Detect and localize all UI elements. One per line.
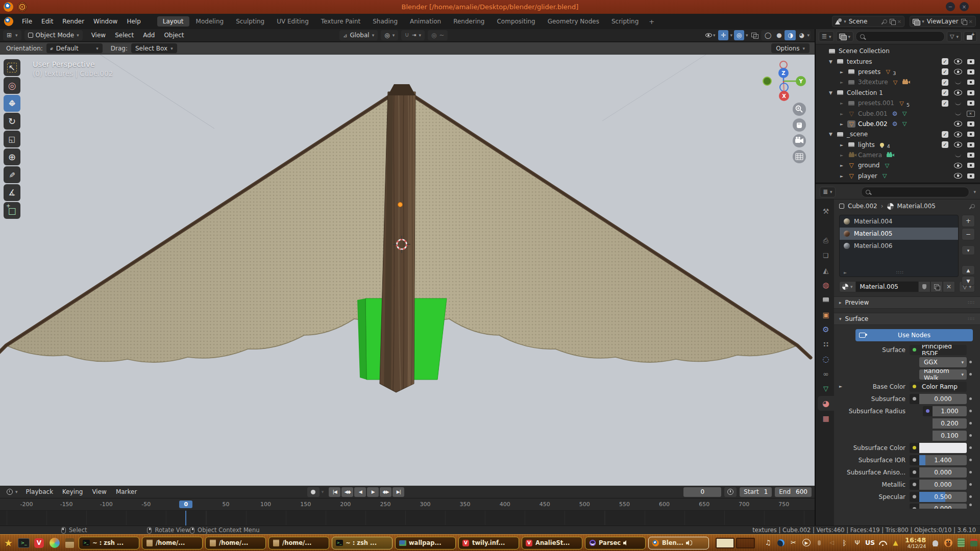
tray-icon[interactable] [968,537,979,548]
magnet-icon[interactable]: ∩ [405,32,409,38]
outliner-row[interactable]: Cube.001 [816,108,980,118]
selectability-checkbox[interactable] [939,68,951,75]
shading-material-icon[interactable]: ◑ [785,30,796,40]
tool-button[interactable] [4,77,20,94]
render-visibility-toggle[interactable] [964,132,977,137]
eye-visibility-toggle[interactable] [951,81,964,84]
expand-arrow[interactable] [840,142,847,147]
expand-arrow[interactable] [840,121,847,127]
outliner-display-mode[interactable]: ▾ [836,31,853,42]
expand-arrow[interactable] [829,90,836,95]
surface-panel-header[interactable]: ▾ Surface ∷∷ [834,313,980,325]
properties-editor-selector[interactable]: ≣ ▾ [820,187,836,197]
launcher-icon[interactable] [17,536,30,549]
render-visibility-toggle[interactable] [964,111,977,117]
expand-arrow[interactable] [839,384,845,389]
workspace-tab[interactable]: Sculpting [230,16,270,27]
auto-keying-toggle[interactable] [307,487,320,497]
outliner-row[interactable]: ground [816,160,980,170]
topbar-menu[interactable]: Help [122,16,145,27]
property-field[interactable]: 1.400 ▾ [919,455,967,465]
viewlayer-selector[interactable]: ▾ ViewLayer ✕ [910,16,976,27]
jump-to-start-button[interactable] [329,487,340,497]
pin-icon[interactable] [882,19,887,24]
property-field[interactable]: ▾ [919,443,967,453]
tray-icon[interactable] [839,537,850,548]
outliner-filter-button[interactable]: ▽ ▾ [947,31,962,42]
tool-button[interactable] [4,59,20,76]
keyframe-dot[interactable] [967,373,974,375]
move-slot-down-button[interactable]: ▼ [962,276,975,286]
frame-end-field[interactable]: End 600 [775,487,812,497]
eye-visibility-toggle[interactable] [951,90,964,95]
input-socket-icon[interactable] [910,345,919,355]
tray-icon[interactable]: US [865,537,875,548]
property-field[interactable]: Random Walk ▾ [919,369,967,380]
property-field[interactable]: 0.500 ▾ [919,492,967,502]
taskbar-task-button[interactable]: Blen... [648,537,709,549]
taskbar-task-button[interactable]: Parsec [585,537,646,549]
outliner-row[interactable]: Cube.002 [816,119,980,129]
topbar-menu[interactable]: Edit [37,16,58,27]
tool-button[interactable] [4,131,20,147]
workspace-tab[interactable]: Modeling [190,16,230,27]
properties-tab[interactable] [818,292,834,307]
expand-arrow[interactable] [840,153,847,158]
launcher-icon[interactable] [2,536,15,549]
expand-arrow[interactable] [840,173,847,179]
render-visibility-toggle[interactable] [964,163,977,168]
selectability-checkbox[interactable] [939,100,951,107]
workspace-tab[interactable]: Scripting [606,16,644,27]
new-scene-icon[interactable] [890,19,895,24]
new-viewlayer-icon[interactable] [961,19,966,24]
workspace-tab[interactable]: Animation [404,16,447,27]
properties-search-input[interactable] [861,187,970,197]
taskbar-task-button[interactable]: ~ : zsh ... [332,537,393,549]
mode-selector[interactable]: Object Mode ▾ [24,30,83,40]
viewport-menu[interactable]: Add [138,30,159,41]
tool-button[interactable] [4,95,20,112]
new-material-button[interactable] [930,281,943,292]
material-name-field[interactable]: Material.005 [856,281,918,292]
gizmos-toggle[interactable]: ✛ [718,30,728,40]
titlebar[interactable]: Blender [/home/amalie/Desktop/blender/gl… [0,0,980,14]
timeline-menu[interactable]: Playback [21,486,58,497]
gizmos-dropdown[interactable]: ▾ [730,33,732,38]
outliner-search-input[interactable] [855,31,945,42]
keying-dropdown[interactable]: ▾ [322,489,324,494]
pin-id-icon[interactable] [970,204,975,209]
blender-logo-icon[interactable] [4,17,13,26]
workspace-tab[interactable]: Geometry Nodes [542,16,605,27]
outliner-editor-selector[interactable]: ☰ ▾ [819,31,834,42]
topbar-menu[interactable]: Window [89,16,122,27]
workspace-box[interactable] [736,538,755,548]
input-socket-icon[interactable] [923,406,933,416]
show-object-types-dropdown[interactable]: ▾ [704,30,717,40]
topbar-menu[interactable]: Render [58,16,89,27]
expand-arrow[interactable] [829,59,836,64]
previous-keyframe-button[interactable] [341,487,353,497]
orientation-dropdown[interactable]: ⸙ Default ▾ [46,43,103,53]
expand-arrow[interactable] [840,69,847,74]
tray-icon[interactable] [877,537,888,548]
new-collection-button[interactable] [964,31,977,42]
material-slot-row[interactable]: Material.006 [840,240,958,252]
render-visibility-toggle[interactable] [964,80,977,85]
workspace-box[interactable] [716,538,734,548]
breadcrumb-material[interactable]: Material.005 [897,203,936,210]
properties-tab[interactable] [818,278,834,292]
topbar-menu[interactable]: File [17,16,37,27]
keyframe-dot[interactable] [967,471,974,473]
outliner-row[interactable]: Camera [816,150,980,160]
workspace-tab[interactable]: Layout [157,16,189,27]
expand-arrow[interactable] [840,80,847,85]
outliner-row[interactable]: 3dtexture [816,77,980,87]
outliner-row[interactable]: presets 3 [816,67,980,77]
tool-button[interactable] [4,202,20,219]
remove-viewlayer-icon[interactable]: ✕ [969,19,973,24]
keyframe-dot[interactable] [967,483,974,486]
play-button[interactable] [367,487,379,497]
properties-tab[interactable] [818,322,834,337]
proportional-icon[interactable]: ◎ [431,32,436,38]
selectability-checkbox[interactable] [939,79,951,86]
